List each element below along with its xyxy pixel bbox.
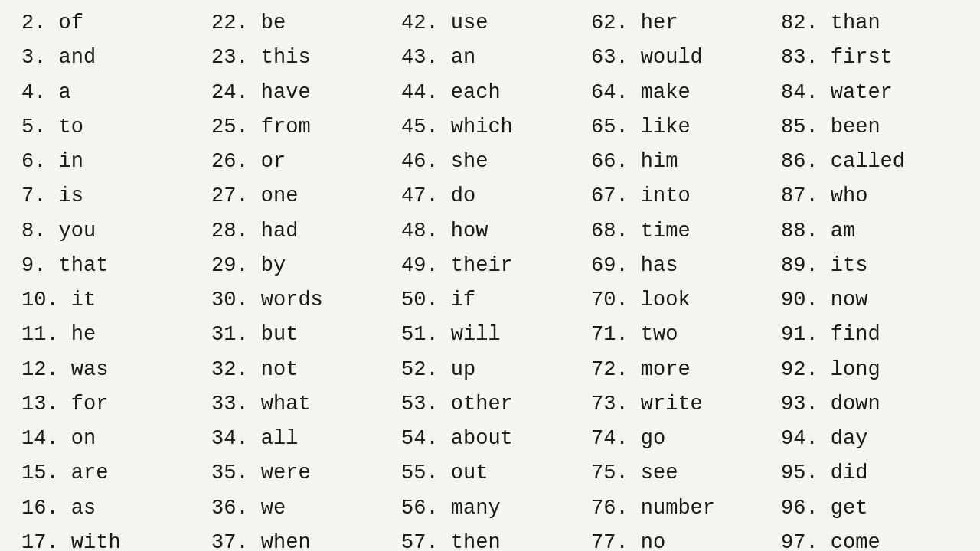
word-item: 86. called (775, 145, 965, 179)
word-item: 87. who (775, 179, 965, 214)
word-item: 23. this (205, 41, 395, 75)
word-item: 8. you (15, 214, 205, 249)
word-item: 74. go (585, 422, 775, 456)
word-item: 76. number (585, 491, 775, 526)
word-item: 57. then (395, 526, 585, 551)
word-item: 75. see (585, 456, 775, 491)
word-item: 52. up (395, 353, 585, 387)
word-item: 26. or (205, 145, 395, 179)
word-item: 49. their (395, 249, 585, 283)
word-item: 27. one (205, 179, 395, 214)
column-3: 42. use43. an44. each45. which46. she47.… (395, 6, 585, 551)
word-item: 67. into (585, 179, 775, 214)
word-item: 82. than (775, 6, 965, 41)
word-item: 88. am (775, 214, 965, 249)
word-item: 64. make (585, 76, 775, 110)
word-item: 37. when (205, 526, 395, 551)
word-item: 5. to (15, 110, 205, 145)
word-item: 85. been (775, 110, 965, 145)
word-item: 56. many (395, 491, 585, 526)
word-item: 47. do (395, 179, 585, 214)
word-item: 48. how (395, 214, 585, 249)
word-item: 92. long (775, 353, 965, 387)
word-item: 84. water (775, 76, 965, 110)
word-item: 15. are (15, 456, 205, 491)
word-item: 17. with (15, 526, 205, 551)
word-item: 65. like (585, 110, 775, 145)
word-item: 71. two (585, 318, 775, 352)
word-item: 55. out (395, 456, 585, 491)
word-item: 16. as (15, 491, 205, 526)
word-item: 97. come (775, 526, 965, 551)
word-item: 63. would (585, 41, 775, 75)
word-item: 35. were (205, 456, 395, 491)
word-item: 7. is (15, 179, 205, 214)
word-item: 91. find (775, 318, 965, 352)
word-item: 28. had (205, 214, 395, 249)
word-item: 4. a (15, 76, 205, 110)
word-item: 33. what (205, 387, 395, 422)
word-item: 29. by (205, 249, 395, 283)
word-item: 31. but (205, 318, 395, 352)
word-item: 34. all (205, 422, 395, 456)
word-item: 44. each (395, 76, 585, 110)
word-item: 22. be (205, 6, 395, 41)
word-item: 45. which (395, 110, 585, 145)
column-4: 62. her63. would64. make65. like66. him6… (585, 6, 775, 551)
word-item: 25. from (205, 110, 395, 145)
column-1: 2. of3. and4. a5. to6. in7. is8. you9. t… (15, 6, 205, 551)
word-item: 46. she (395, 145, 585, 179)
word-item: 24. have (205, 76, 395, 110)
word-item: 83. first (775, 41, 965, 75)
word-item: 62. her (585, 6, 775, 41)
word-item: 10. it (15, 283, 205, 318)
word-item: 12. was (15, 353, 205, 387)
word-item: 6. in (15, 145, 205, 179)
word-item: 53. other (395, 387, 585, 422)
word-item: 54. about (395, 422, 585, 456)
column-2: 22. be23. this24. have25. from26. or27. … (205, 6, 395, 551)
word-item: 93. down (775, 387, 965, 422)
word-item: 2. of (15, 6, 205, 41)
word-item: 77. no (585, 526, 775, 551)
word-item: 89. its (775, 249, 965, 283)
word-list: 2. of3. and4. a5. to6. in7. is8. you9. t… (0, 0, 980, 551)
word-item: 32. not (205, 353, 395, 387)
word-item: 11. he (15, 318, 205, 352)
word-item: 13. for (15, 387, 205, 422)
word-item: 51. will (395, 318, 585, 352)
word-item: 30. words (205, 283, 395, 318)
word-item: 96. get (775, 491, 965, 526)
word-item: 73. write (585, 387, 775, 422)
word-item: 9. that (15, 249, 205, 283)
word-item: 3. and (15, 41, 205, 75)
word-item: 69. has (585, 249, 775, 283)
word-item: 43. an (395, 41, 585, 75)
word-item: 36. we (205, 491, 395, 526)
word-item: 50. if (395, 283, 585, 318)
word-item: 66. him (585, 145, 775, 179)
word-item: 90. now (775, 283, 965, 318)
word-item: 70. look (585, 283, 775, 318)
word-item: 72. more (585, 353, 775, 387)
word-item: 42. use (395, 6, 585, 41)
word-item: 94. day (775, 422, 965, 456)
word-item: 68. time (585, 214, 775, 249)
word-item: 95. did (775, 456, 965, 491)
column-5: 82. than83. first84. water85. been86. ca… (775, 6, 965, 551)
word-item: 14. on (15, 422, 205, 456)
